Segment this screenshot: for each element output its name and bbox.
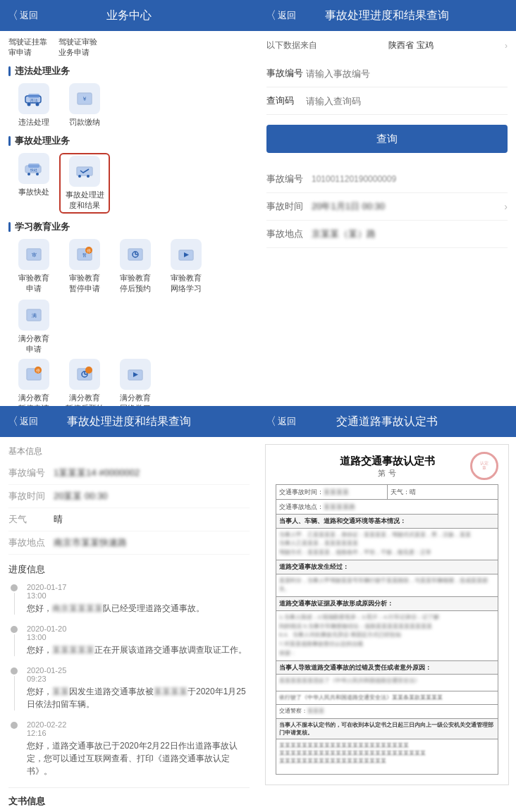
violation-icon-box: 违法 [18, 83, 49, 114]
edu-full-icon-box: 满 [18, 300, 49, 331]
p2-content: 以下数据来自 陕西省 宝鸡 › 事故编号 查询码 查询 事故编号 1010011… [258, 31, 516, 257]
p4-back-btn[interactable]: 〈 返回 [265, 414, 296, 429]
accident-quick-label: 事故快处 [18, 187, 49, 197]
info-accident-time-label: 事故时间 [8, 490, 54, 503]
edu-pause-icon-box: 暂 停 [69, 239, 100, 270]
icon-fine[interactable]: ￥ 罚款缴纳 [59, 83, 110, 128]
edu-pause-icon: 暂 停 [75, 245, 94, 264]
top-item-1[interactable]: 驾驶证挂靠审申请 [8, 37, 47, 58]
edu-full-online-label: 满分教育网络学习 [120, 393, 151, 406]
data-source-label: 以下数据来自 [266, 39, 317, 51]
icon-violation[interactable]: 违法 违法处理 [8, 83, 59, 128]
section-accident: 事故处理业务 [8, 135, 250, 147]
edu-pause-book-label: 审验教育停后预约 [120, 273, 151, 294]
edu-pause-book-icon-box [120, 239, 151, 270]
p1-back-btn[interactable]: 〈 返回 [7, 8, 38, 23]
accident-grid: 快处 事故快处 事故处理进度和结果 [8, 153, 250, 214]
doc-stamp: 认定章 [470, 452, 498, 480]
doc-title-area: 道路交通事故认定书 第 号 [276, 455, 498, 479]
edu-pause-book-icon [125, 245, 145, 264]
car-violation-icon: 违法 [24, 89, 44, 109]
edu-full-icon: 满 [24, 305, 44, 325]
p4-title: 交通道路事故认定书 [336, 414, 438, 429]
icon-edu-online[interactable]: 审验教育网络学习 [161, 239, 211, 294]
icon-edu-full-resume[interactable]: 满分教育暂停后预约 [59, 359, 110, 406]
doc-cell-evidence: 1.当事人陈述；2.现场勘查笔录；3.照片；4.行车记录仪；记了解到的情况 5.… [276, 610, 498, 660]
doc-cell-note: 交通警察：某某某 [276, 704, 498, 718]
progress-time-4: 2020-02-2212:16 [27, 720, 250, 737]
progress-item-4: 2020-02-2212:16 您好，道路交通事故已于2020年2月22日作出道… [8, 720, 250, 777]
svg-text:暂: 暂 [82, 253, 87, 257]
info-weather-label: 天气 [8, 513, 54, 526]
progress-text-2: 您好，某某某某某正在开展该道路交通事故调查取证工作。 [27, 644, 250, 656]
progress-dot-col-2 [8, 625, 20, 656]
edu-verify-label: 审验教育申请 [18, 273, 49, 294]
info-accident-number: 事故编号 1某某某14 #0000002 [8, 462, 250, 485]
query-button[interactable]: 查询 [266, 125, 508, 153]
doc-preview-container: 认定章 道路交通事故认定书 第 号 交通事故时间：某某某某 天气：晴 交通事故地… [265, 444, 509, 785]
svg-text:快处: 快处 [30, 168, 37, 172]
p3-title: 事故处理进度和结果查询 [67, 414, 191, 429]
result-accident-location: 事故地点 京某某（某）路 [266, 221, 508, 248]
edu-full-online-icon-box [120, 359, 151, 390]
result-arrow-icon: › [504, 201, 508, 212]
edu-full-resume-label: 满分教育暂停后预约 [66, 393, 104, 406]
svg-text:停: 停 [87, 249, 91, 253]
p3-content: 基本信息 事故编号 1某某某14 #0000002 事故时间 20某某 00:3… [0, 437, 258, 812]
base-info-title: 基本信息 [8, 445, 250, 457]
progress-time-1: 2020-01-1713:00 [27, 583, 250, 600]
svg-point-10 [36, 173, 39, 176]
progress-dot-4 [11, 722, 18, 729]
doc-section-label: 文书信息 [8, 795, 250, 808]
query-code-input[interactable] [306, 96, 508, 106]
doc-row-evidence: 1.当事人陈述；2.现场勘查笔录；3.照片；4.行车记录仪；记了解到的情况 5.… [276, 610, 498, 660]
panel-doc-preview: 〈 返回 交通道路事故认定书 认定章 道路交通事故认定书 第 号 交通事故时间：… [258, 406, 516, 812]
doc-row-section8: 某某某某某某某某某某某某某某某某某某某某某某某某某某某某某某某某某某某某某某某某… [276, 739, 498, 774]
panel-progress-bottom: 〈 返回 事故处理进度和结果查询 基本信息 事故编号 1某某某14 #00000… [0, 406, 258, 812]
edu-online-icon [176, 245, 196, 264]
accident-progress-icon [75, 161, 94, 181]
panel-query-top: 〈 返回 事故处理进度和结果查询 以下数据来自 陕西省 宝鸡 › 事故编号 查询… [258, 0, 516, 406]
panel-business-center: 〈 返回 业务中心 驾驶证挂靠审申请 驾驶证审验业务申请 违法处理业务 [0, 0, 258, 406]
icon-accident-quick[interactable]: 快处 事故快处 [8, 153, 59, 214]
icon-edu-full[interactable]: 满 满分教育申请 [8, 300, 59, 355]
info-location-label: 事故地点 [8, 536, 54, 549]
p2-title: 事故处理进度和结果查询 [325, 8, 449, 23]
doc-sub-title: 第 号 [276, 468, 498, 479]
back4-chevron-icon: 〈 [265, 414, 276, 429]
p2-back-btn[interactable]: 〈 返回 [265, 8, 296, 23]
icon-accident-progress[interactable]: 事故处理进度和结果 [59, 153, 110, 214]
info-accident-number-label: 事故编号 [8, 467, 54, 479]
p3-back-btn[interactable]: 〈 返回 [7, 414, 38, 429]
p2-header: 〈 返回 事故处理进度和结果查询 [258, 0, 516, 31]
doc-main-title: 道路交通事故认定书 [276, 455, 498, 468]
icon-edu-verify[interactable]: 审 审验教育申请 [8, 239, 59, 294]
p1-back-label: 返回 [20, 9, 38, 22]
progress-item-3: 2020-01-2509:23 您好，某某因发生道路交通事故被某某某某于2020… [8, 666, 250, 710]
icon-edu-full-pause[interactable]: 停 满分教育暂停申请 [8, 359, 59, 406]
edu-online-icon-box [171, 239, 202, 270]
doc-row-section4: 当事人导致道路交通事故的过错及责任或者意外原因： [276, 660, 498, 675]
icon-edu-pause[interactable]: 暂 停 审验教育暂停申请 [59, 239, 110, 294]
top-item-2[interactable]: 驾驶证审验业务申请 [59, 37, 97, 58]
svg-text:违法: 违法 [30, 99, 38, 103]
doc-row-section5: 依行驶了《中华人民共和国道路交通安全法》某某条某款某某某某 [276, 691, 498, 704]
doc-row-section7: 当事人不服本认定书的，可在收到本认定书之日起三日内向上一级公安机关交通管理部门申… [276, 718, 498, 739]
info-location-value: 南京市某某快速路 [54, 536, 250, 549]
progress-item-1: 2020-01-1713:00 您好，南京某某某某队已经受理道路交通事故。 [8, 583, 250, 615]
icon-edu-full-online[interactable]: 满分教育网络学习 [110, 359, 161, 406]
p1-header: 〈 返回 业务中心 [0, 0, 258, 31]
edu-verify-icon-box: 审 [18, 239, 49, 270]
info-weather: 天气 晴 [8, 508, 250, 531]
result-accident-time-value: 20年1月1日 00:30 [312, 200, 504, 213]
fine-icon-box: ￥ [69, 83, 100, 114]
accident-number-input[interactable] [306, 68, 508, 79]
icon-edu-pause-book[interactable]: 审验教育停后预约 [110, 239, 161, 294]
edu-full-pause-label: 满分教育暂停申请 [18, 393, 49, 406]
result-accident-location-value: 京某某（某）路 [312, 228, 508, 240]
progress-content-1: 2020-01-1713:00 您好，南京某某某某队已经受理道路交通事故。 [27, 583, 250, 615]
doc-section2-header: 道路交通事故发生经过： [276, 560, 498, 574]
progress-line-1 [14, 593, 15, 615]
section-violation: 违法处理业务 [8, 65, 250, 78]
result-accident-time[interactable]: 事故时间 20年1月1日 00:30 › [266, 193, 508, 221]
